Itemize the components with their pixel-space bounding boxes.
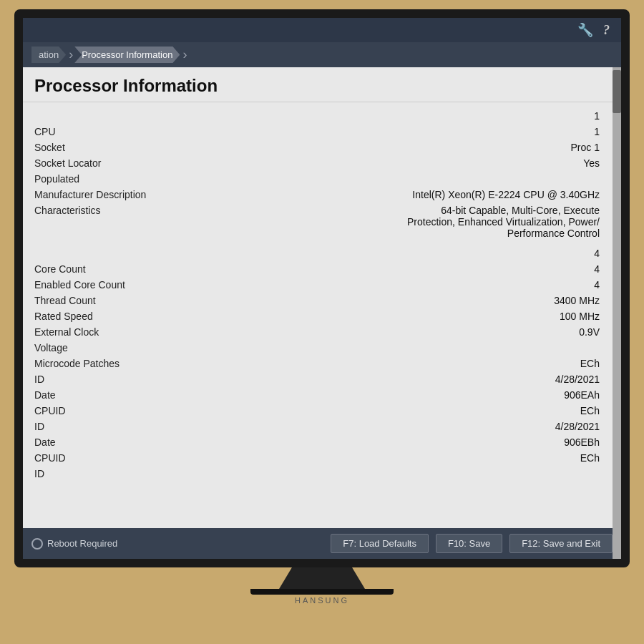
wrench-icon[interactable]: 🔧 bbox=[577, 22, 593, 38]
table-row: Characteristics 64-bit Capable, Multi-Co… bbox=[23, 203, 621, 241]
row-label: Socket bbox=[34, 142, 177, 153]
reboot-circle-icon bbox=[31, 538, 43, 550]
row-label: External Clock bbox=[34, 326, 177, 338]
row-value: 4/28/2021 bbox=[177, 374, 600, 385]
table-row: Rated Speed 100 MHz bbox=[23, 308, 621, 324]
row-value: 1 bbox=[34, 110, 600, 122]
reboot-label: Reboot Required bbox=[47, 538, 117, 549]
table-row: 1 bbox=[23, 108, 621, 124]
row-label: Date bbox=[34, 389, 177, 401]
row-value: ECh bbox=[177, 405, 600, 416]
scrollbar-track[interactable] bbox=[613, 67, 621, 559]
row-value: 4 bbox=[34, 248, 600, 259]
table-row: Enabled Core Count 4 bbox=[23, 277, 621, 293]
monitor-base bbox=[250, 589, 394, 595]
table-row: ID 4/28/2021 bbox=[23, 419, 621, 434]
load-defaults-button[interactable]: F7: Load Defaults bbox=[331, 534, 429, 553]
table-row: ID 4/28/2021 bbox=[23, 371, 621, 387]
top-bar: 🔧 ? bbox=[23, 18, 621, 42]
table-row: Populated bbox=[23, 171, 621, 187]
row-value: ECh bbox=[177, 452, 600, 464]
row-value: 1 bbox=[177, 126, 600, 137]
row-label: Socket Locator bbox=[34, 157, 177, 169]
row-label: Voltage bbox=[34, 342, 177, 353]
monitor-bezel: 🔧 ? ation › Processor Information › Proc… bbox=[14, 9, 630, 567]
row-value: Proc 1 bbox=[177, 142, 600, 153]
row-label: Rated Speed bbox=[34, 311, 177, 322]
scrollbar-thumb[interactable] bbox=[613, 70, 621, 113]
row-label: Manufacturer Description bbox=[34, 189, 177, 200]
row-label: Core Count bbox=[34, 263, 177, 275]
table-row: Date 906EBh bbox=[23, 434, 621, 450]
table-row: Voltage bbox=[23, 340, 621, 356]
row-label: Populated bbox=[34, 173, 177, 185]
main-content: Processor Information 1 CPU 1 Socket bbox=[23, 67, 621, 559]
save-and-exit-button[interactable]: F12: Save and Exit bbox=[509, 534, 613, 553]
monitor-brand: HANSUNG bbox=[243, 595, 401, 606]
row-label: ID bbox=[34, 468, 177, 479]
table-row: CPU 1 bbox=[23, 124, 621, 140]
table-row: Core Count 4 bbox=[23, 261, 621, 277]
table-row: Date 906EAh bbox=[23, 387, 621, 403]
breadcrumb: ation › Processor Information › bbox=[23, 42, 621, 67]
table-row: CPUID ECh bbox=[23, 450, 621, 466]
row-value: 100 MHz bbox=[177, 311, 600, 322]
bottom-bar: Reboot Required F7: Load Defaults F10: S… bbox=[23, 528, 621, 559]
row-label: CPUID bbox=[34, 405, 177, 416]
table-row: External Clock 0.9V bbox=[23, 324, 621, 340]
row-label: Characteristics bbox=[34, 205, 177, 216]
row-value: 4 bbox=[177, 263, 600, 275]
breadcrumb-arrow: › bbox=[69, 47, 73, 62]
row-value: 0.9V bbox=[177, 326, 600, 338]
row-value: 906EBh bbox=[177, 436, 600, 448]
row-label: CPUID bbox=[34, 452, 177, 464]
row-label: ID bbox=[34, 374, 177, 385]
monitor-stand bbox=[279, 567, 365, 589]
row-label: ID bbox=[34, 421, 177, 432]
reboot-indicator: Reboot Required bbox=[31, 538, 117, 550]
row-value: 4 bbox=[177, 279, 600, 291]
breadcrumb-item-2[interactable]: Processor Information bbox=[74, 47, 180, 63]
row-value: ECh bbox=[177, 358, 600, 369]
screen: 🔧 ? ation › Processor Information › Proc… bbox=[23, 18, 621, 559]
row-value: 906EAh bbox=[177, 389, 600, 401]
table-row: Microcode Patches ECh bbox=[23, 356, 621, 371]
content-header: Processor Information bbox=[23, 67, 621, 102]
row-label: Microcode Patches bbox=[34, 358, 177, 369]
table-row: Socket Locator Yes bbox=[23, 155, 621, 171]
row-value: Intel(R) Xeon(R) E-2224 CPU @ 3.40GHz bbox=[177, 189, 600, 200]
breadcrumb-arrow-2: › bbox=[182, 47, 187, 62]
page-title: Processor Information bbox=[34, 76, 610, 96]
table-row: ID bbox=[23, 466, 621, 482]
row-label: Enabled Core Count bbox=[34, 279, 177, 291]
row-value: Yes bbox=[177, 157, 600, 169]
row-value: 4/28/2021 bbox=[177, 421, 600, 432]
help-icon[interactable]: ? bbox=[603, 23, 610, 38]
info-table: 1 CPU 1 Socket Proc 1 Socket Locator bbox=[23, 102, 621, 528]
row-value: 3400 MHz bbox=[177, 295, 600, 306]
row-value: 64-bit Capable, Multi-Core, ExecuteProte… bbox=[328, 205, 600, 239]
table-row: 4 bbox=[23, 245, 621, 261]
save-button[interactable]: F10: Save bbox=[436, 534, 502, 553]
row-label: CPU bbox=[34, 126, 177, 137]
row-label: Date bbox=[34, 436, 177, 448]
table-row: Manufacturer Description Intel(R) Xeon(R… bbox=[23, 187, 621, 203]
table-row: Thread Count 3400 MHz bbox=[23, 293, 621, 308]
table-row: Socket Proc 1 bbox=[23, 140, 621, 155]
row-label: Thread Count bbox=[34, 295, 177, 306]
breadcrumb-item-1[interactable]: ation bbox=[31, 47, 66, 63]
table-row: CPUID ECh bbox=[23, 403, 621, 419]
